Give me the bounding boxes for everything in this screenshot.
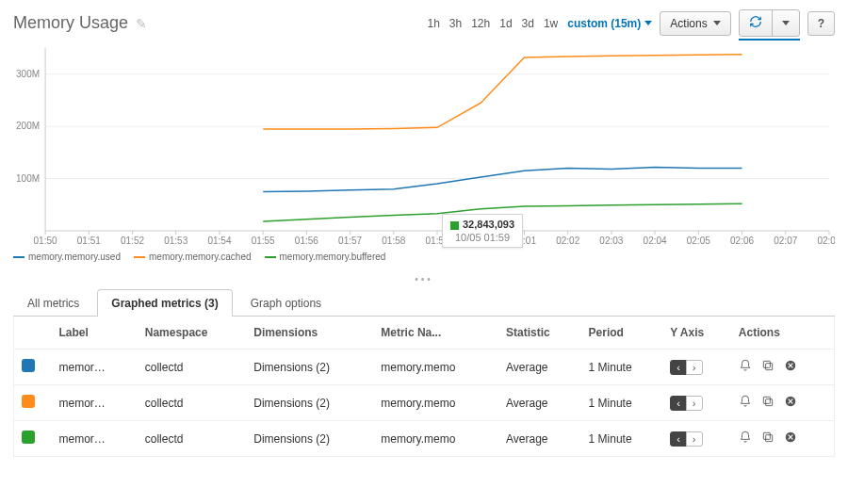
cell-dimensions[interactable]: Dimensions (2) bbox=[246, 385, 373, 421]
tabs: All metrics Graphed metrics (3) Graph op… bbox=[13, 288, 835, 317]
chevron-down-icon bbox=[644, 21, 652, 25]
refresh-icon bbox=[749, 15, 762, 31]
duplicate-icon[interactable] bbox=[761, 395, 775, 411]
col-dimensions[interactable]: Dimensions bbox=[246, 317, 373, 350]
cell-statistic[interactable]: Average bbox=[498, 421, 581, 457]
cell-label: memor… bbox=[52, 421, 138, 457]
svg-text:01:55: 01:55 bbox=[252, 236, 275, 246]
svg-rect-50 bbox=[763, 397, 770, 403]
range-1d[interactable]: 1d bbox=[499, 17, 512, 30]
chart-tooltip: 32,843,093 10/05 01:59 bbox=[442, 214, 523, 248]
series-color-swatch[interactable] bbox=[22, 359, 35, 372]
svg-text:01:51: 01:51 bbox=[77, 236, 101, 246]
cell-dimensions[interactable]: Dimensions (2) bbox=[246, 350, 373, 385]
refresh-dropdown[interactable] bbox=[772, 9, 800, 37]
series-color-swatch[interactable] bbox=[22, 395, 35, 408]
svg-text:01:54: 01:54 bbox=[207, 236, 231, 246]
legend-item[interactable]: memory.memory.cached bbox=[134, 252, 252, 262]
yaxis-toggle[interactable]: ‹› bbox=[670, 360, 702, 375]
range-3h[interactable]: 3h bbox=[449, 17, 462, 30]
svg-rect-47 bbox=[763, 361, 770, 367]
chevron-down-icon bbox=[713, 21, 721, 25]
help-icon: ? bbox=[818, 17, 824, 30]
cell-statistic[interactable]: Average bbox=[498, 350, 581, 385]
cell-dimensions[interactable]: Dimensions (2) bbox=[246, 421, 373, 457]
alarm-icon[interactable] bbox=[739, 359, 752, 375]
cell-period[interactable]: 1 Minute bbox=[581, 350, 663, 385]
col-period[interactable]: Period bbox=[581, 317, 663, 350]
svg-text:02:08: 02:08 bbox=[817, 236, 835, 246]
tab-graphed-metrics[interactable]: Graphed metrics (3) bbox=[97, 289, 232, 317]
cell-metric: memory.memo bbox=[373, 385, 498, 421]
resize-handle[interactable]: ••• bbox=[13, 274, 835, 285]
range-1w[interactable]: 1w bbox=[544, 17, 558, 30]
cell-metric: memory.memo bbox=[373, 421, 498, 457]
remove-icon[interactable] bbox=[784, 359, 797, 375]
chart[interactable]: 100M200M300M01:5001:5101:5201:5301:5401:… bbox=[13, 42, 835, 268]
svg-text:02:04: 02:04 bbox=[644, 236, 667, 246]
alarm-icon[interactable] bbox=[739, 395, 752, 411]
remove-icon[interactable] bbox=[784, 395, 797, 411]
col-statistic[interactable]: Statistic bbox=[498, 317, 581, 350]
range-12h[interactable]: 12h bbox=[471, 17, 490, 30]
svg-rect-53 bbox=[763, 432, 770, 439]
svg-text:02:02: 02:02 bbox=[556, 236, 579, 246]
chart-legend: memory.memory.usedmemory.memory.cachedme… bbox=[13, 252, 835, 262]
table-row: memor…collectdDimensions (2)memory.memoA… bbox=[14, 421, 835, 457]
svg-text:01:58: 01:58 bbox=[382, 236, 405, 246]
cell-label: memor… bbox=[52, 385, 138, 421]
range-custom[interactable]: custom (15m) bbox=[567, 17, 652, 30]
cell-statistic[interactable]: Average bbox=[498, 385, 581, 421]
cell-metric: memory.memo bbox=[373, 350, 498, 385]
cell-namespace: collectd bbox=[138, 350, 247, 385]
duplicate-icon[interactable] bbox=[761, 431, 775, 447]
page-title: Memory Usage bbox=[13, 13, 128, 33]
cell-period[interactable]: 1 Minute bbox=[581, 421, 663, 457]
table-row: memor…collectdDimensions (2)memory.memoA… bbox=[14, 350, 835, 385]
tab-graph-options[interactable]: Graph options bbox=[236, 289, 335, 317]
legend-item[interactable]: memory.memory.buffered bbox=[265, 252, 386, 262]
svg-text:02:06: 02:06 bbox=[730, 236, 754, 246]
svg-rect-52 bbox=[765, 435, 772, 442]
svg-text:01:50: 01:50 bbox=[34, 236, 57, 246]
refresh-button[interactable] bbox=[739, 9, 773, 37]
col-yaxis[interactable]: Y Axis bbox=[662, 317, 731, 350]
col-actions[interactable]: Actions bbox=[731, 317, 835, 350]
yaxis-toggle[interactable]: ‹› bbox=[670, 396, 702, 411]
svg-text:200M: 200M bbox=[16, 121, 40, 131]
cell-namespace: collectd bbox=[138, 421, 247, 457]
remove-icon[interactable] bbox=[784, 431, 797, 447]
actions-button[interactable]: Actions bbox=[660, 11, 730, 36]
table-row: memor…collectdDimensions (2)memory.memoA… bbox=[14, 385, 835, 421]
range-1h[interactable]: 1h bbox=[427, 17, 439, 30]
svg-text:300M: 300M bbox=[16, 69, 40, 79]
cell-label: memor… bbox=[52, 350, 138, 385]
svg-text:100M: 100M bbox=[16, 173, 40, 184]
yaxis-toggle[interactable]: ‹› bbox=[670, 431, 702, 447]
cell-period[interactable]: 1 Minute bbox=[581, 385, 663, 421]
time-range-selector: 1h 3h 12h 1d 3d 1w custom (15m) bbox=[427, 17, 652, 30]
chevron-down-icon bbox=[782, 21, 790, 25]
col-namespace[interactable]: Namespace bbox=[138, 317, 247, 350]
series-color-swatch[interactable] bbox=[22, 431, 35, 444]
help-button[interactable]: ? bbox=[807, 11, 835, 36]
range-3d[interactable]: 3d bbox=[522, 17, 534, 30]
duplicate-icon[interactable] bbox=[761, 359, 775, 375]
svg-text:01:56: 01:56 bbox=[295, 236, 318, 246]
col-metric[interactable]: Metric Na... bbox=[373, 317, 498, 350]
svg-rect-46 bbox=[765, 364, 772, 370]
alarm-icon[interactable] bbox=[739, 431, 752, 447]
col-label[interactable]: Label bbox=[52, 317, 138, 350]
cell-namespace: collectd bbox=[138, 385, 247, 421]
svg-text:01:57: 01:57 bbox=[338, 236, 362, 246]
edit-title-icon[interactable]: ✎ bbox=[136, 16, 147, 31]
svg-rect-49 bbox=[765, 399, 772, 406]
legend-item[interactable]: memory.memory.used bbox=[13, 252, 121, 262]
svg-text:01:52: 01:52 bbox=[121, 236, 144, 246]
svg-text:02:05: 02:05 bbox=[687, 236, 710, 246]
svg-text:01:53: 01:53 bbox=[164, 236, 188, 246]
metrics-table: Label Namespace Dimensions Metric Na... … bbox=[13, 317, 835, 457]
svg-text:02:03: 02:03 bbox=[599, 236, 623, 246]
svg-text:02:07: 02:07 bbox=[774, 236, 797, 246]
tab-all-metrics[interactable]: All metrics bbox=[13, 289, 93, 317]
